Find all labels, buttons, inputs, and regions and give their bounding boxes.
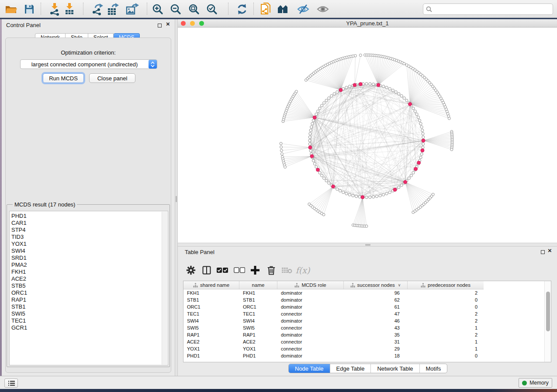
close-panel-icon[interactable]: ×: [166, 20, 170, 28]
search-input[interactable]: [423, 3, 553, 15]
export-table-icon[interactable]: [105, 2, 120, 16]
close-panel-icon[interactable]: ×: [548, 247, 552, 254]
save-session-icon[interactable]: [22, 2, 37, 16]
table-row[interactable]: ORC1ORC1dominator610: [183, 303, 484, 310]
list-item[interactable]: ORC1: [11, 289, 27, 296]
namespace-icon: [193, 283, 198, 288]
column-header-predecessor-nodes[interactable]: predecessor nodes: [408, 281, 484, 289]
list-item[interactable]: FKH1: [11, 268, 27, 275]
table-row[interactable]: ACE2ACE2connector311: [183, 338, 484, 345]
table-cell: SWI4: [183, 318, 239, 323]
column-visibility-icon[interactable]: [201, 264, 213, 276]
add-column-icon[interactable]: [249, 264, 261, 276]
table-row[interactable]: FKH1FKH1dominator962: [183, 289, 484, 296]
list-item[interactable]: TEC1: [11, 317, 27, 324]
table-cell: 2: [408, 290, 484, 296]
share-document-icon[interactable]: [258, 2, 273, 16]
import-table-icon[interactable]: [62, 2, 77, 16]
criterion-value: largest connected component (undirected): [21, 61, 149, 68]
table-row[interactable]: STB1STB1dominator620: [183, 296, 484, 303]
function-builder-icon: f(x): [297, 264, 309, 276]
zoom-selected-icon[interactable]: [204, 2, 219, 16]
list-item[interactable]: YOX1: [11, 241, 27, 248]
list-item[interactable]: STP4: [11, 227, 27, 234]
open-file-icon[interactable]: [3, 2, 18, 16]
list-item[interactable]: TID3: [11, 234, 27, 241]
table-cell: 61: [344, 304, 408, 309]
list-item[interactable]: GCR1: [11, 324, 27, 331]
export-image-icon[interactable]: [125, 2, 140, 16]
table-row[interactable]: YOX1YOX1connector291: [183, 345, 484, 352]
list-item[interactable]: CAR1: [11, 220, 27, 227]
table-cell: SWI5: [239, 325, 277, 330]
splitter-grip: [365, 244, 370, 246]
refresh-view-icon[interactable]: [235, 2, 249, 16]
horizontal-splitter[interactable]: [178, 243, 557, 247]
mcds-result-list[interactable]: PHD1CAR1STP4TID3YOX1SWI4SRD1PMA2FKH1ACE2…: [9, 211, 168, 365]
search-field[interactable]: [434, 6, 553, 12]
namespace-icon: [294, 283, 299, 288]
import-network-icon[interactable]: [47, 2, 62, 16]
column-header-mcds-role[interactable]: MCDS role: [277, 281, 344, 289]
task-history-button[interactable]: [4, 378, 18, 388]
table-row[interactable]: SWI5SWI5connector431: [183, 324, 484, 331]
table-cell: 29: [344, 346, 408, 351]
table-row[interactable]: PHD1PHD1dominator180: [183, 352, 484, 359]
delete-columns-icon[interactable]: [265, 264, 277, 276]
list-item[interactable]: SWI5: [11, 310, 27, 317]
node-table: shared name name MCDS role successor nod…: [183, 281, 551, 362]
zoom-in-icon[interactable]: [150, 2, 165, 16]
table-row[interactable]: TEC1TEC1connector472: [183, 310, 484, 317]
show-elements-icon[interactable]: [315, 2, 330, 16]
float-window-icon[interactable]: [158, 24, 162, 28]
delete-table-icon[interactable]: [281, 264, 293, 276]
table-panel: Table Panel × f(x) shared name name: [178, 247, 557, 376]
select-all-rows-icon[interactable]: [216, 264, 228, 276]
close-panel-button[interactable]: Close panel: [89, 73, 135, 83]
export-network-icon[interactable]: [90, 2, 105, 16]
list-item[interactable]: SRD1: [11, 254, 27, 261]
toolbar-separator: [41, 3, 41, 15]
table-cell: STB1: [183, 297, 239, 303]
tab-network-table[interactable]: Network Table: [370, 364, 419, 373]
memory-button[interactable]: Memory: [519, 378, 552, 388]
network-canvas[interactable]: [178, 28, 557, 243]
table-cell: 96: [344, 290, 408, 296]
list-item[interactable]: PHD1: [11, 213, 27, 220]
column-header-shared-name[interactable]: shared name: [183, 281, 239, 289]
zoom-fit-icon[interactable]: [187, 2, 201, 16]
deselect-all-rows-icon[interactable]: [233, 264, 246, 276]
table-cell: FKH1: [239, 290, 277, 296]
table-cell: dominator: [277, 353, 344, 358]
table-scrollbar[interactable]: [544, 281, 551, 362]
column-header-successor-nodes[interactable]: successor nodes ∨: [344, 281, 408, 289]
vertical-splitter[interactable]: [175, 19, 178, 376]
criterion-select[interactable]: largest connected component (undirected): [20, 59, 157, 69]
tab-motifs[interactable]: Motifs: [419, 364, 447, 373]
column-header-name[interactable]: name: [239, 281, 277, 289]
list-item[interactable]: PMA2: [11, 261, 27, 268]
list-item[interactable]: ACE2: [11, 275, 27, 282]
mcds-list-scrollbar[interactable]: [162, 212, 167, 364]
hide-elements-icon[interactable]: [296, 2, 311, 16]
table-cell: SWI4: [239, 318, 277, 323]
table-settings-icon[interactable]: [185, 264, 197, 276]
float-window-icon[interactable]: [541, 250, 545, 254]
tab-node-table[interactable]: Node Table: [289, 364, 330, 373]
zoom-out-icon[interactable]: [168, 2, 183, 16]
list-item[interactable]: STB5: [11, 282, 27, 289]
list-item[interactable]: SWI4: [11, 248, 27, 254]
tab-edge-table[interactable]: Edge Table: [330, 364, 371, 373]
namespace-icon: [421, 283, 426, 288]
table-cell: ACE2: [239, 339, 277, 344]
scrollbar-thumb[interactable]: [546, 292, 550, 331]
table-cell: YOX1: [183, 346, 239, 351]
table-cell: 1: [408, 339, 484, 344]
run-mcds-button[interactable]: Run MCDS: [43, 73, 84, 83]
toolbar-separator: [147, 3, 147, 15]
table-row[interactable]: RAP1RAP1dominator352: [183, 331, 484, 338]
search-neighbors-icon[interactable]: [277, 2, 291, 16]
list-item[interactable]: STB1: [11, 303, 27, 310]
table-row[interactable]: SWI4SWI4dominator462: [183, 317, 484, 324]
list-item[interactable]: RAP1: [11, 296, 27, 303]
